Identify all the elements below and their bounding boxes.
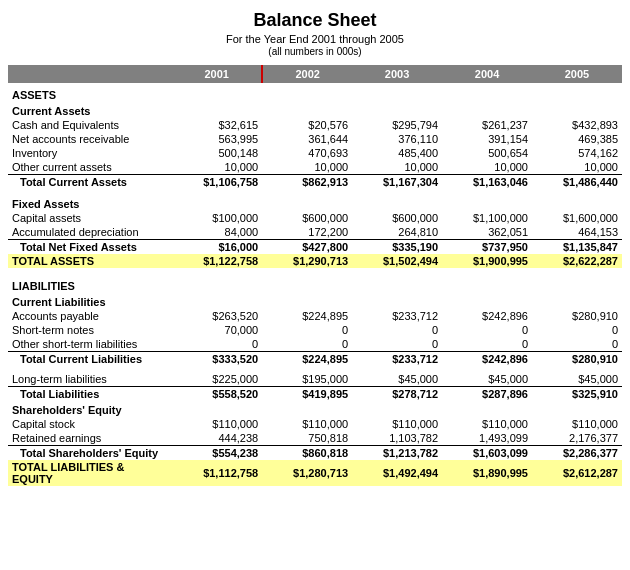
total-current-liabilities-label: Total Current Liabilities [8, 352, 172, 367]
label-header [8, 65, 172, 83]
year-2005-header: 2005 [532, 65, 622, 83]
tle-2001: $1,112,758 [172, 460, 262, 486]
other-current-row: Other current assets 10,000 10,000 10,00… [8, 160, 622, 175]
receivable-2002: 361,644 [262, 132, 352, 146]
inventory-2004: 500,654 [442, 146, 532, 160]
header-row: 2001 2002 2003 2004 2005 [8, 65, 622, 83]
assets-header-row: ASSETS [8, 83, 622, 102]
tse-2002: $860,818 [262, 446, 352, 461]
inventory-label: Inventory [8, 146, 172, 160]
depreciation-2001: 84,000 [172, 225, 262, 240]
capital-row: Capital assets $100,000 $600,000 $600,00… [8, 211, 622, 225]
depreciation-row: Accumulated depreciation 84,000 172,200 … [8, 225, 622, 240]
long-term-liab-row: Long-term liabilities $225,000 $195,000 … [8, 372, 622, 387]
assets-label: ASSETS [8, 83, 172, 102]
cash-2005: $432,893 [532, 118, 622, 132]
total-net-fixed-2005: $1,135,847 [532, 240, 622, 255]
retained-earnings-label: Retained earnings [8, 431, 172, 446]
tle-2003: $1,492,494 [352, 460, 442, 486]
tse-2004: $1,603,099 [442, 446, 532, 461]
re-2001: 444,238 [172, 431, 262, 446]
balance-sheet-table: 2001 2002 2003 2004 2005 ASSETS Current … [8, 65, 622, 486]
total-liabilities-row: Total Liabilities $558,520 $419,895 $278… [8, 387, 622, 402]
cs-2002: $110,000 [262, 417, 352, 431]
other-current-label: Other current assets [8, 160, 172, 175]
ap-2001: $263,520 [172, 309, 262, 323]
total-current-liabilities-row: Total Current Liabilities $333,520 $224,… [8, 352, 622, 367]
current-assets-label: Current Assets [8, 102, 172, 118]
cs-2005: $110,000 [532, 417, 622, 431]
capital-2003: $600,000 [352, 211, 442, 225]
total-net-fixed-2002: $427,800 [262, 240, 352, 255]
depreciation-label: Accumulated depreciation [8, 225, 172, 240]
other-current-2005: 10,000 [532, 160, 622, 175]
tl-2002: $419,895 [262, 387, 352, 402]
inventory-2005: 574,162 [532, 146, 622, 160]
accounts-payable-row: Accounts payable $263,520 $224,895 $233,… [8, 309, 622, 323]
ap-2002: $224,895 [262, 309, 352, 323]
short-term-notes-row: Short-term notes 70,000 0 0 0 0 [8, 323, 622, 337]
year-2004-header: 2004 [442, 65, 532, 83]
inventory-2001: 500,148 [172, 146, 262, 160]
short-term-notes-label: Short-term notes [8, 323, 172, 337]
re-2005: 2,176,377 [532, 431, 622, 446]
cs-2001: $110,000 [172, 417, 262, 431]
cs-2003: $110,000 [352, 417, 442, 431]
stn-2003: 0 [352, 323, 442, 337]
accounts-payable-label: Accounts payable [8, 309, 172, 323]
total-shareholders-label: Total Shareholders' Equity [8, 446, 172, 461]
tcl-2005: $280,910 [532, 352, 622, 367]
tle-2002: $1,280,713 [262, 460, 352, 486]
ltl-2001: $225,000 [172, 372, 262, 387]
ost-2005: 0 [532, 337, 622, 352]
other-short-term-row: Other short-term liabilities 0 0 0 0 0 [8, 337, 622, 352]
total-net-fixed-2003: $335,190 [352, 240, 442, 255]
other-current-2001: 10,000 [172, 160, 262, 175]
cash-2004: $261,237 [442, 118, 532, 132]
tl-2001: $558,520 [172, 387, 262, 402]
inventory-row: Inventory 500,148 470,693 485,400 500,65… [8, 146, 622, 160]
cash-2002: $20,576 [262, 118, 352, 132]
capital-2004: $1,100,000 [442, 211, 532, 225]
receivable-row: Net accounts receivable 563,995 361,644 … [8, 132, 622, 146]
stn-2004: 0 [442, 323, 532, 337]
ost-2002: 0 [262, 337, 352, 352]
total-net-fixed-row: Total Net Fixed Assets $16,000 $427,800 … [8, 240, 622, 255]
shareholders-equity-header-row: Shareholders' Equity [8, 401, 622, 417]
total-assets-2002: $1,290,713 [262, 254, 352, 268]
depreciation-2005: 464,153 [532, 225, 622, 240]
re-2003: 1,103,782 [352, 431, 442, 446]
ap-2003: $233,712 [352, 309, 442, 323]
year-2001-header: 2001 [172, 65, 262, 83]
tcl-2003: $233,712 [352, 352, 442, 367]
tcl-2004: $242,896 [442, 352, 532, 367]
liabilities-header-row: LIABILITIES [8, 274, 622, 293]
page-subtitle: For the Year End 2001 through 2005 [8, 33, 622, 45]
total-assets-2004: $1,900,995 [442, 254, 532, 268]
total-assets-2003: $1,502,494 [352, 254, 442, 268]
total-liab-equity-row: TOTAL LIABILITIES & EQUITY $1,112,758 $1… [8, 460, 622, 486]
total-assets-label: TOTAL ASSETS [8, 254, 172, 268]
tl-2005: $325,910 [532, 387, 622, 402]
capital-label: Capital assets [8, 211, 172, 225]
depreciation-2002: 172,200 [262, 225, 352, 240]
total-assets-row: TOTAL ASSETS $1,122,758 $1,290,713 $1,50… [8, 254, 622, 268]
total-current-2005: $1,486,440 [532, 175, 622, 190]
total-liab-equity-label: TOTAL LIABILITIES & EQUITY [8, 460, 172, 486]
capital-2002: $600,000 [262, 211, 352, 225]
other-current-2004: 10,000 [442, 160, 532, 175]
total-shareholders-row: Total Shareholders' Equity $554,238 $860… [8, 446, 622, 461]
total-assets-2005: $2,622,287 [532, 254, 622, 268]
year-2002-header: 2002 [262, 65, 352, 83]
total-current-2002: $862,913 [262, 175, 352, 190]
tcl-2001: $333,520 [172, 352, 262, 367]
re-2004: 1,493,099 [442, 431, 532, 446]
ost-2004: 0 [442, 337, 532, 352]
shareholders-equity-label: Shareholders' Equity [8, 401, 172, 417]
cash-2001: $32,615 [172, 118, 262, 132]
total-current-2004: $1,163,046 [442, 175, 532, 190]
capital-2005: $1,600,000 [532, 211, 622, 225]
liabilities-label: LIABILITIES [8, 274, 172, 293]
current-liabilities-label: Current Liabilities [8, 293, 172, 309]
depreciation-2003: 264,810 [352, 225, 442, 240]
